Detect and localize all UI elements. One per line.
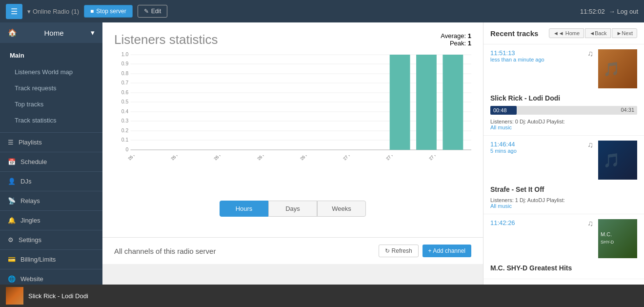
peak-line: Peak: 1 <box>441 40 471 47</box>
playlists-label: Playlists <box>19 139 42 146</box>
days-button[interactable]: Days <box>268 201 317 217</box>
sidebar-item-jingles[interactable]: 🔔 Jingles <box>0 211 102 230</box>
relays-icon: 📡 <box>8 197 16 205</box>
track-playlist-1[interactable]: All music <box>490 124 637 130</box>
track-music-icon-3: ♫ <box>587 219 593 228</box>
track-time-row-2: 11:46:44 5 mins ago ♫ 🎵 <box>490 141 637 180</box>
svg-text:SHY-D: SHY-D <box>601 240 614 245</box>
weeks-button[interactable]: Weeks <box>317 201 366 217</box>
refresh-button[interactable]: ↻ Refresh <box>379 245 419 257</box>
track-progress-bar-1: 00:48 04:31 <box>490 106 637 115</box>
svg-text:M.C.: M.C. <box>601 231 612 237</box>
sidebar-item-relays[interactable]: 📡 Relays <box>0 191 102 211</box>
svg-text:0.6: 0.6 <box>121 90 129 95</box>
content-area: Listeners statistics Average: 1 Peak: 1 <box>102 22 483 285</box>
website-icon: 🌐 <box>8 275 16 283</box>
bottom-player: Slick Rick - Lodi Dodi <box>0 285 644 307</box>
stop-server-button[interactable]: ■ Stop server <box>84 5 133 18</box>
track-progress-total-1: 04:31 <box>621 107 634 113</box>
channels-section: All channels of this radio server ↻ Refr… <box>102 237 483 264</box>
track-time-row-3: 11:42:26 ♫ M.C. SHY-D <box>490 219 637 258</box>
sidebar-item-playlists[interactable]: ☰ Playlists <box>0 133 102 152</box>
sidebar-item-billing[interactable]: 💳 Billing/Limits <box>0 250 102 269</box>
recent-tracks-header: Recent tracks ◄◄ Home ◄Back ►Next <box>483 22 644 44</box>
player-track-name: Slick Rick - Lodi Dodi <box>28 292 88 300</box>
stats-title: Listeners statistics <box>114 32 218 47</box>
track-time-info-1: 11:51:13 less than a minute ago <box>490 49 583 62</box>
x-label-4: 26 Feb 18:00-19:00 <box>256 155 287 160</box>
stats-card: Listeners statistics Average: 1 Peak: 1 <box>102 22 483 237</box>
settings-icon: ⚙ <box>8 236 14 244</box>
track-nav-back[interactable]: ◄Back <box>585 28 611 38</box>
sidebar-item-schedule[interactable]: 📅 Schedule <box>0 152 102 172</box>
x-label-6: 27 Feb 02:00-03:00 <box>342 155 373 160</box>
track-thumbnail-3: M.C. SHY-D <box>598 219 637 258</box>
track-meta-2: Listeners: 1 Dj: AutoDJ Playlist: <box>490 197 637 203</box>
x-label-7: 27 Feb 06:00-07:00 <box>385 155 416 160</box>
jingles-label: Jingles <box>20 217 40 224</box>
x-label-8: 27 Feb 11:00-12:00 <box>428 155 459 160</box>
track-listeners-1: 0 <box>515 119 518 124</box>
stats-summary: Average: 1 Peak: 1 <box>441 32 471 47</box>
track-music-icon-1: ♫ <box>587 49 593 58</box>
sidebar-home[interactable]: 🏠 Home ▾ <box>0 22 102 43</box>
sidebar-item-website[interactable]: 🌐 Website <box>0 269 102 285</box>
channels-buttons: ↻ Refresh + Add channel <box>379 245 471 257</box>
svg-text:0.3: 0.3 <box>121 118 129 123</box>
home-icon: 🏠 <box>8 28 17 37</box>
x-label-5: 26 Feb 22:00-23:00 <box>299 155 330 160</box>
hours-button[interactable]: Hours <box>220 201 268 217</box>
schedule-label: Schedule <box>20 158 47 165</box>
stop-server-icon: ■ <box>90 8 94 15</box>
station-count: (1) <box>71 8 79 15</box>
website-label: Website <box>20 275 43 283</box>
listeners-chart: 1.0 0.9 0.8 0.7 0.6 0.5 0.4 0.3 <box>114 51 471 178</box>
playlists-icon: ☰ <box>8 139 14 146</box>
track-dj-1: AutoDJ <box>527 119 545 124</box>
track-time-1: 11:51:13 <box>490 49 515 57</box>
time-buttons-group: Hours Days Weeks <box>220 201 366 217</box>
sidebar-item-track-requests[interactable]: Track requests <box>0 80 102 96</box>
track-statistics-label: Track statistics <box>15 117 56 124</box>
sidebar-item-listeners-world-map[interactable]: Listeners World map <box>0 64 102 80</box>
add-channel-button[interactable]: + Add channel <box>423 245 471 257</box>
jingles-icon: 🔔 <box>8 217 16 224</box>
track-item-2: 11:46:44 5 mins ago ♫ 🎵 <box>483 136 644 214</box>
track-item-1: 11:51:13 less than a minute ago ♫ <box>483 44 644 136</box>
track-time-3: 11:42:26 <box>490 219 515 226</box>
billing-label: Billing/Limits <box>20 256 56 263</box>
svg-text:0.7: 0.7 <box>121 80 129 85</box>
track-name-2: Strafe - Set It Off <box>490 185 637 193</box>
svg-rect-32 <box>598 219 637 258</box>
logout-button[interactable]: → Log out <box>609 8 638 15</box>
edit-button[interactable]: ✎ Edit <box>138 5 168 18</box>
djs-label: DJs <box>20 178 31 185</box>
right-panel: Recent tracks ◄◄ Home ◄Back ►Next 11:51:… <box>483 22 644 285</box>
average-label: Average: <box>441 32 466 40</box>
recent-tracks-title: Recent tracks <box>490 29 538 38</box>
track-nav-home[interactable]: ◄◄ Home <box>549 28 584 38</box>
djs-icon: 👤 <box>8 178 16 185</box>
track-nav-next[interactable]: ►Next <box>612 28 637 38</box>
sidebar-main-label: Main <box>0 47 102 64</box>
sidebar-item-track-statistics[interactable]: Track statistics <box>0 112 102 128</box>
track-music-icon-2: ♫ <box>587 141 593 149</box>
svg-text:0.4: 0.4 <box>121 109 129 114</box>
hamburger-button[interactable]: ☰ <box>6 4 22 19</box>
track-nav-buttons: ◄◄ Home ◄Back ►Next <box>549 28 637 38</box>
track-playlist-2[interactable]: All music <box>490 203 637 209</box>
peak-value: 1 <box>468 40 471 47</box>
home-arrow: ▾ <box>91 28 95 37</box>
sidebar-item-djs[interactable]: 👤 DJs <box>0 172 102 191</box>
sidebar-item-settings[interactable]: ⚙ Settings <box>0 230 102 250</box>
svg-text:🎵: 🎵 <box>603 152 620 168</box>
sidebar-item-top-tracks[interactable]: Top tracks <box>0 96 102 112</box>
station-dropdown[interactable]: ▾ Online Radio (1) <box>27 8 79 15</box>
home-label: Home <box>44 29 63 37</box>
listeners-world-map-label: Listeners World map <box>15 68 73 76</box>
svg-rect-22 <box>390 55 410 150</box>
hamburger-icon: ☰ <box>11 7 18 16</box>
stop-server-label: Stop server <box>96 8 126 15</box>
edit-icon: ✎ <box>144 8 149 15</box>
channels-title: All channels of this radio server <box>114 247 216 255</box>
